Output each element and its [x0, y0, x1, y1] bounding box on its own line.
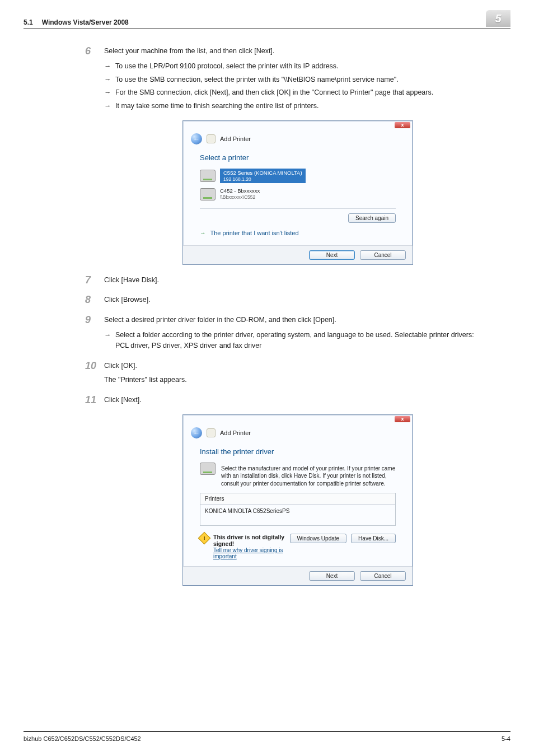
step-number: 7	[85, 275, 104, 285]
arrow-icon: →	[104, 330, 115, 340]
step-text: Click [Have Disk].	[104, 275, 159, 286]
have-disk-button[interactable]: Have Disk...	[351, 534, 396, 543]
printer-list-item[interactable]: C452 - Bbxxxxxx \\Bbxxxxxx\C552	[200, 188, 396, 200]
next-button[interactable]: Next	[309, 571, 355, 581]
next-button[interactable]: Next	[309, 250, 355, 260]
driver-signing-link[interactable]: Tell me why driver signing is important	[213, 547, 285, 559]
printer-list-item-selected[interactable]: C552 Series (KONICA MINOLTA) 192.168.1.2…	[200, 169, 396, 184]
step-number: 6	[85, 46, 104, 56]
arrow-icon: →	[104, 87, 115, 98]
dialog-description: Select the manufacturer and model of you…	[221, 465, 396, 488]
footer-page: 5-4	[502, 735, 510, 742]
arrow-icon: →	[104, 61, 115, 72]
bullet-text: It may take some time to finish searchin…	[115, 101, 433, 111]
printers-list-item[interactable]: KONICA MINOLTA C652SeriesPS	[200, 505, 395, 525]
arrow-icon: →	[104, 74, 115, 85]
arrow-icon: →	[200, 230, 206, 236]
step-text: Select your machine from the list, and t…	[104, 46, 433, 57]
printer-address: 192.168.1.20	[223, 176, 302, 183]
add-printer-dialog-install: x ← Add Printer Install the printer driv…	[182, 414, 413, 586]
step-number: 9	[85, 315, 104, 325]
printer-icon	[200, 188, 216, 200]
printer-icon	[200, 463, 216, 475]
footer-product: bizhub C652/C652DS/C552/C552DS/C452	[24, 735, 141, 742]
dialog-heading: Install the printer driver	[200, 447, 396, 456]
step-number: 8	[85, 295, 104, 305]
close-icon[interactable]: x	[395, 122, 410, 128]
bullet-text: To use the SMB connection, select the pr…	[115, 74, 433, 85]
section-number: 5.1	[24, 18, 33, 26]
bullet-subtext: PCL driver, PS driver, XPS driver and fa…	[115, 342, 261, 349]
printer-icon	[207, 134, 216, 143]
close-icon[interactable]: x	[395, 416, 410, 422]
cancel-button[interactable]: Cancel	[360, 250, 406, 260]
cancel-button[interactable]: Cancel	[360, 571, 406, 581]
printer-name: C552 Series (KONICA MINOLTA)	[223, 170, 302, 176]
bullet-text: For the SMB connection, click [Next], an…	[115, 87, 433, 98]
arrow-icon: →	[104, 101, 115, 111]
dialog-heading: Select a printer	[200, 153, 396, 162]
dialog-title: Add Printer	[220, 430, 251, 436]
printer-name: C452 - Bbxxxxxx	[220, 188, 260, 194]
printer-icon	[207, 428, 216, 437]
windows-update-button[interactable]: Windows Update	[290, 534, 347, 543]
warning-icon: !	[198, 532, 211, 545]
step-text: Click [Browse].	[104, 295, 151, 305]
printer-icon	[200, 170, 216, 182]
back-icon[interactable]: ←	[191, 133, 202, 144]
printer-not-listed-link[interactable]: The printer that I want isn't listed	[210, 230, 299, 236]
search-again-button[interactable]: Search again	[348, 213, 396, 223]
step-number: 11	[85, 395, 104, 405]
printers-list: Printers KONICA MINOLTA C652SeriesPS	[200, 493, 396, 526]
warning-text: This driver is not digitally signed!	[213, 534, 285, 547]
step-text: Select a desired printer driver folder i…	[104, 315, 474, 325]
section-title: Windows Vista/Server 2008	[42, 18, 129, 26]
step-text: Click [Next].	[104, 395, 142, 405]
bullet-text: Select a folder according to the printer…	[115, 331, 474, 339]
step-text: Click [OK].	[104, 361, 187, 371]
printers-header: Printers	[200, 493, 395, 505]
add-printer-dialog-select: x ← Add Printer Select a printer C552 Se…	[182, 120, 413, 265]
chapter-chip: 5	[486, 10, 510, 27]
step-number: 10	[85, 361, 104, 371]
step-note: The "Printers" list appears.	[104, 375, 187, 385]
back-icon[interactable]: ←	[191, 427, 202, 438]
dialog-title: Add Printer	[220, 136, 251, 142]
printer-address: \\Bbxxxxxx\C552	[220, 194, 260, 200]
bullet-text: To use the LPR/Port 9100 protocol, selec…	[115, 61, 433, 72]
